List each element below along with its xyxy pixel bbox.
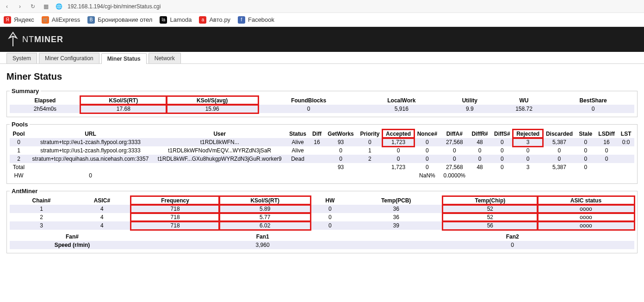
cell: 0 [414,138,440,146]
address-bar[interactable]: 192.168.1.194/cgi-bin/minerStatus.cgi [68,3,161,10]
cell [576,171,595,180]
cell: t1RDL8kWFNodVmEQV...WYRZdN3jSaR [153,146,286,155]
cell: 0 [543,146,576,155]
vk-icon: B [87,16,95,24]
cell: 718 [131,205,220,213]
cell: stratum+tcp://eu1-zcash.flypool.org:3333 [28,138,153,146]
cell: 0.0000% [440,171,469,180]
col-rejected: Rejected [513,130,543,138]
cell: 5,916 [359,105,444,113]
col: ASIC# [73,196,131,205]
cell [28,163,153,171]
autoru-icon: a [199,16,206,24]
bookmark-label: Авто.ру [209,16,230,23]
cell: 5.77 [219,213,310,221]
col: Status [286,130,310,138]
tab-network[interactable]: Network [149,53,181,63]
tab-bar: System Miner Configuration Miner Status … [0,52,644,64]
col: Fan1 [135,233,390,241]
cell: 0 [414,146,440,155]
bookmark-item[interactable]: aАвто.ру [199,16,230,24]
cell: 5,387 [543,138,576,146]
cell [286,163,310,171]
cell [153,163,286,171]
cell: 3 [10,221,73,230]
cell: 1 [10,205,73,213]
cell: Speed (r/min) [10,241,135,249]
cell: 0 [491,163,513,171]
cell: 0 [440,146,469,155]
cell: 17.68 [80,105,167,113]
cell: 718 [131,213,220,221]
col-temp-chip: Temp(Chip) [443,196,538,205]
tab-miner-configuration[interactable]: Miner Configuration [39,53,99,63]
apps-icon[interactable]: ▦ [42,2,50,11]
cell: 0 [576,155,595,163]
cell: 1 [10,146,28,155]
cell [618,155,634,163]
col-bestshare: BestShare [552,96,634,105]
page-title: Miner Status [6,71,638,82]
antminer-table: Chain# ASIC# Frequency KSol/S(RT) HW Tem… [10,196,634,230]
col: Fan# [10,233,135,241]
cell: 9.9 [444,105,496,113]
page-header: NTMINER [0,27,644,52]
bookmark-item[interactable]: ЯЯндекс [4,16,34,24]
back-icon[interactable]: ‹ [3,2,11,11]
cell [357,163,383,171]
cell: 36 [349,213,442,221]
cell: 0 [469,146,491,155]
cell: 5,387 [543,163,576,171]
fan-table: Fan# Fan1 Fan2 Speed (r/min) 3,960 0 [10,233,634,249]
cell: 0 [576,146,595,155]
cell [324,171,357,180]
cell: 1,723 [383,138,414,146]
tab-miner-status[interactable]: Miner Status [101,53,147,64]
cell [383,171,414,180]
cell [618,146,634,155]
table-row: 2stratum+tcp://equihash.usa.nicehash.com… [10,155,634,163]
cell: 27,568 [440,163,469,171]
cell: 718 [131,221,220,230]
cell: 39 [349,221,442,230]
col: User [153,130,286,138]
cell: 0 [576,138,595,146]
reload-icon[interactable]: ↻ [29,2,37,11]
antminer-legend: AntMiner [10,188,39,195]
bookmark-item[interactable]: fFacebook [238,16,274,24]
bookmarks-bar: ЯЯндекс 🛒AliExpress BБронирование отел l… [0,13,644,27]
col-elapsed: Elapsed [10,96,80,105]
col: Pool [10,130,28,138]
col: Nonce# [414,130,440,138]
cell: Dead [286,155,310,163]
summary-table: Elapsed KSol/S(RT) KSol/S(avg) FoundBloc… [10,96,634,113]
cell: 52 [443,213,538,221]
bookmark-item[interactable]: 🛒AliExpress [42,16,80,24]
cell: 0 [576,163,595,171]
cell: 0 [543,155,576,163]
forward-icon[interactable]: › [16,2,24,11]
bookmark-item[interactable]: BБронирование отел [87,16,152,24]
col: URL [28,130,153,138]
tab-system[interactable]: System [6,53,37,63]
cell: 0 [390,241,634,249]
col: Discarded [543,130,576,138]
cell: 4 [73,221,131,230]
cell: 0 [310,213,349,221]
cell: Alive [286,138,310,146]
cell: 0 [552,105,634,113]
cell: 56 [443,221,538,230]
cell: 0 [491,155,513,163]
table-row: Total931,723027,56848035,3870 [10,163,634,171]
cell: 16 [595,138,618,146]
cell: 48 [469,163,491,171]
cell [595,163,618,171]
cell: 2 [357,155,383,163]
cell: 0 [383,155,414,163]
bookmark-item[interactable]: laLamoda [160,16,192,24]
cell: 0 [414,155,440,163]
cell: NaN% [414,171,440,180]
cell: 1,723 [383,163,414,171]
col: Temp(PCB) [349,196,442,205]
cell: 0 [513,155,543,163]
